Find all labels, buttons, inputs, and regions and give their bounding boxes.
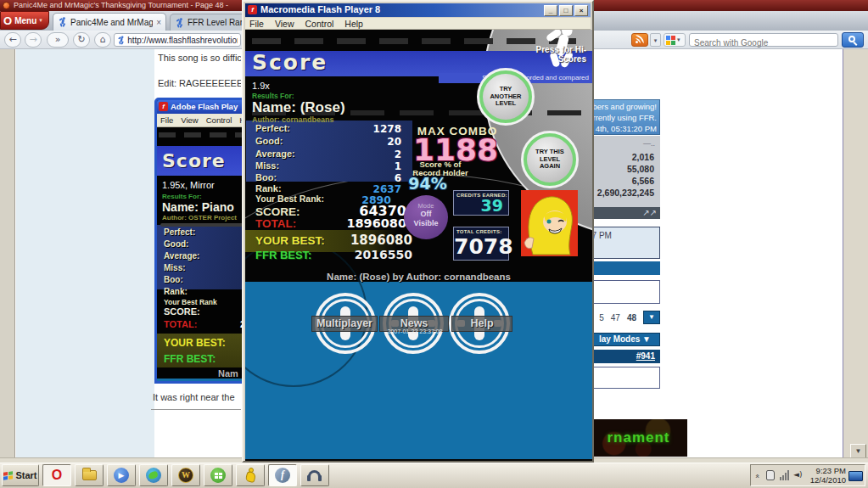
flash-menubar: File View Control Help [245,18,591,30]
aim-running-man-icon [244,468,257,483]
menu-help[interactable]: Help [344,19,363,29]
menu-file[interactable]: File [249,19,264,29]
page-number[interactable]: 47 [611,313,620,323]
help-button[interactable]: Help [451,316,512,332]
tray-hand-icon[interactable] [766,470,775,480]
minimize-icon[interactable]: _ [544,5,557,16]
tray-chevrons-icon[interactable]: « [753,474,762,479]
ffr-favicon [117,36,125,45]
scrollbar-down-arrow[interactable]: ▼ [850,444,866,458]
start-button[interactable]: Start [2,464,39,486]
taskbar-file-explorer-button[interactable] [75,464,104,486]
opera-menu-button[interactable]: O Menu ▾ [0,11,49,30]
taskbar-messenger-button[interactable] [139,464,168,486]
tab-close-icon[interactable]: × [156,18,161,27]
multiplier-label: 1.95x, Mirror [162,180,215,190]
expand-arrows-icon: ↗↗ [642,208,657,217]
google-icon [666,36,675,45]
stat-row-boo: Boo:6 [255,172,401,184]
embedded-score-screen: Score 1.95x, Mirror Results For: Name: P… [157,127,250,381]
menu-view[interactable]: View [275,19,294,29]
embedded-menubar: File View Control He [157,114,250,127]
footer-partial: Nam [218,368,238,379]
fast-forward-icon[interactable]: » [47,32,69,48]
browser-window-title: Panic4Me and MrMagic's Thanksgiving Tour… [14,1,228,9]
flash-window-titlebar[interactable]: f Macromedia Flash Player 8 _ □ × [245,3,591,17]
flash-player-window: f Macromedia Flash Player 8 _ □ × File V… [242,0,594,463]
try-another-level-button[interactable]: TRY ANOTHER LEVEL [477,68,535,126]
taskbar-flash-player-button[interactable]: f [268,464,297,486]
web-search-field[interactable] [689,33,838,47]
menu-control[interactable]: Control [206,115,232,125]
stats-dash: —.. [643,139,655,148]
opera-logo-icon: O [3,15,12,26]
taskbar-wow-button[interactable]: W [171,464,200,486]
taskbar-voice-chat-button[interactable] [300,464,329,486]
hi-scores-button[interactable]: Press for Hi-Scores [515,45,586,64]
total-label: TOTAL: [164,319,197,329]
total-row: TOTAL: 1896080 [255,216,406,230]
news-timestamp: 2007-01-22 23:37:08 [372,328,457,334]
search-input[interactable] [690,37,837,49]
green-windows-icon [210,468,226,483]
url-input[interactable] [127,36,238,45]
try-this-level-again-button[interactable]: TRY THIS LEVEL AGAIN [521,131,579,188]
browser-scrollbar[interactable] [843,49,868,457]
ffr-favicon [58,17,67,27]
flash-window-title: Macromedia Flash Player 8 [260,4,380,14]
rss-dropdown-icon[interactable]: ▾ [650,33,661,47]
chevron-down-icon: ▾ [677,36,680,43]
menu-view[interactable]: View [181,115,198,125]
forward-icon[interactable]: → [25,32,42,48]
stat-label-boo: Boo: [164,275,183,284]
stat-label-perfect: Perfect: [164,227,195,237]
stat-label-miss: Miss: [164,263,186,272]
post-edit-line: Edit: RAGEEEEEEEEEE [158,78,241,88]
taskbar-opera-button[interactable]: O [42,464,71,486]
stat-row-perfect: Perfect:1278 [255,123,401,135]
menu-control[interactable]: Control [305,19,334,29]
signal-strength-icon[interactable] [780,470,789,480]
credits-earned-box: CREDITS EARNED: 39 [453,190,509,216]
tab-label: Panic4Me and MrMagic's ... [70,18,153,27]
taskbar-media-player-button[interactable]: ▶ [107,464,136,486]
volume-icon[interactable]: ◄) [793,470,802,479]
taskbar-games-button[interactable] [204,464,232,486]
stat-row-average: Average:2 [255,149,401,160]
page-dropdown-button[interactable]: ▼ [643,311,660,324]
divider [160,223,245,227]
post-number-link[interactable]: #941 [636,351,655,361]
score-header: Score [157,146,250,176]
tray-clock[interactable]: 9:23 PM 12/4/2010 [810,466,846,485]
embedded-window-titlebar[interactable]: Adobe Flash Play [157,100,250,114]
decorative-dashes [252,38,576,44]
embedded-flash-window: Adobe Flash Play f File View Control He … [154,98,253,384]
menu-file[interactable]: File [160,115,173,125]
decorative-dashes [159,132,247,137]
multiplayer-button[interactable]: Multiplayer [311,316,378,332]
display-modes-button[interactable]: lay Modes ▼ [590,333,660,346]
reload-icon[interactable]: ↻ [73,32,90,48]
ffr-score-screen: Scores are recorded and compared Score P… [245,30,592,461]
rss-icon[interactable] [631,33,648,47]
ffr-best-row: FFR BEST: 2016550 [255,248,412,261]
taskbar-aim-button[interactable] [236,464,265,486]
tab-thanksgiving-tournament[interactable]: Panic4Me and MrMagic's ... × [53,13,166,31]
search-engine-button[interactable]: ▾ [664,33,686,47]
ffr-favicon [175,18,184,28]
address-bar[interactable] [114,33,241,47]
maximize-icon[interactable]: □ [559,5,573,16]
close-icon[interactable]: × [574,5,588,16]
song-author: Author: OSTER Project [162,214,237,222]
media-player-icon: ▶ [114,468,129,483]
search-go-button[interactable] [842,32,864,48]
page-number[interactable]: 5 [599,313,604,323]
total-credits-box: TOTAL CREDITS: 7078 [453,227,509,261]
your-best-label: YOUR BEST: [164,337,226,349]
home-icon[interactable]: ⌂ [94,32,111,48]
display-monitor-icon[interactable] [848,471,863,481]
back-icon[interactable]: ← [4,32,21,48]
flash-player-icon: f [275,468,290,483]
stat-label-rank: Rank: [164,287,188,296]
song-credit-footer: Name: (Rose) by Author: cornandbeans [245,272,592,282]
